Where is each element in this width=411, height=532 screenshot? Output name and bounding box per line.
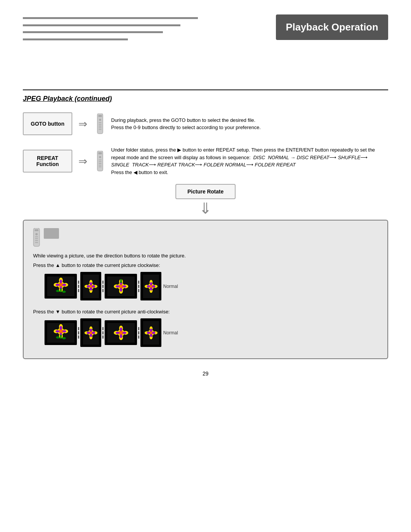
svg-rect-22 [35,242,38,243]
svg-point-72 [150,288,152,291]
svg-point-57 [120,288,122,292]
svg-point-34 [59,283,62,286]
svg-rect-7 [99,129,101,130]
header-line-3 [23,31,163,33]
repeat-function-label: REPEAT Function [23,150,72,173]
header-line-4 [23,38,128,40]
repeat-arrow [72,155,93,168]
svg-point-10 [99,156,101,158]
svg-rect-20 [35,238,38,239]
clockwise-sequence: Normal [45,272,366,300]
flower-frame-acw-4 [140,318,161,347]
content-area: GOTO button During playback, press the G… [23,109,388,176]
svg-point-73 [150,282,152,285]
svg-rect-3 [99,122,101,123]
svg-point-70 [147,285,150,288]
svg-point-84 [56,330,59,332]
normal-label-acw: Normal [163,330,178,335]
svg-point-109 [120,334,122,338]
flower-frame-4 [140,272,161,300]
svg-point-123 [150,329,152,332]
header-decorative-lines [23,14,198,43]
seq-separator-3 [138,281,139,292]
svg-rect-15 [99,166,101,167]
svg-rect-14 [99,165,101,165]
flower-frame-1 [45,274,77,299]
seq-separator-2 [102,281,104,292]
seq-separator-acw-1 [78,327,79,339]
svg-point-74 [150,285,152,288]
svg-rect-5 [99,126,101,126]
remote-icon-goto [93,113,107,134]
svg-rect-62 [120,279,122,283]
svg-point-122 [147,332,150,334]
anticlockwise-label: Press the ▼ button to rotate the current… [33,309,378,315]
svg-point-59 [123,285,126,288]
svg-point-47 [90,282,92,285]
svg-point-124 [150,334,152,337]
page-number: 29 [0,371,411,377]
remote-small-svg [33,228,40,247]
intro-row [33,228,378,248]
svg-rect-87 [60,335,62,339]
svg-rect-4 [99,124,101,125]
header-line-2 [23,24,180,26]
clockwise-label: Press the ▲ button to rotate the current… [33,262,378,268]
picture-rotate-box: Picture Rotate [175,184,236,199]
seq-separator-acw-2 [102,327,104,339]
page-title: Playback Operation [276,14,388,40]
normal-label-cw: Normal [163,284,178,289]
svg-point-60 [116,285,119,288]
svg-point-45 [92,285,95,288]
section-title: JPEG Playback (continued) [23,95,388,103]
svg-point-121 [152,332,155,334]
header-underline [23,89,388,90]
repeat-description: Under folder status, press the ▶ button … [111,146,388,176]
svg-rect-13 [99,163,101,164]
header-line-1 [23,17,198,19]
remote-icon-rotate [33,228,40,248]
flower-frame-2 [80,272,101,300]
svg-point-89 [62,337,66,339]
flower-frame-3 [105,274,137,299]
svg-point-46 [87,285,90,288]
svg-point-88 [56,336,60,339]
svg-point-36 [56,290,60,292]
svg-rect-1 [98,115,102,117]
svg-rect-21 [35,240,38,241]
goto-arrow [72,118,93,130]
flower-frame-acw-3 [105,320,137,345]
svg-point-30 [60,280,62,283]
svg-point-86 [59,330,62,333]
svg-point-49 [90,285,92,288]
laptop-icon [44,228,59,239]
intro-text: While viewing a picture, use the directi… [33,253,378,259]
picture-rotate-container: Picture Rotate ⇓ [0,184,411,216]
svg-point-2 [99,118,101,121]
svg-rect-19 [35,236,38,237]
repeat-function-row: REPEAT Function Under folder status, pre… [23,146,388,176]
svg-rect-6 [99,127,101,128]
svg-point-110 [120,328,122,331]
svg-point-113 [119,331,123,334]
svg-rect-9 [98,152,102,154]
goto-button-row: GOTO button During playback, press the G… [23,109,388,139]
svg-point-85 [62,330,66,332]
intro-text-column [44,228,378,240]
svg-point-33 [62,284,66,286]
flower-frame-acw-2 [80,318,101,347]
anticlockwise-sequence: Normal [45,318,366,347]
goto-description: During playback, press the GOTO button t… [111,117,388,131]
remote-svg-goto [96,113,104,134]
svg-point-32 [56,284,59,286]
svg-point-18 [35,233,38,235]
svg-point-98 [92,332,95,334]
svg-point-125 [150,332,152,334]
svg-point-101 [90,332,92,334]
svg-point-112 [116,332,119,334]
down-arrow: ⇓ [199,201,212,216]
svg-point-100 [90,329,92,332]
svg-rect-35 [60,288,62,292]
svg-point-61 [119,285,123,288]
svg-point-71 [152,285,155,288]
